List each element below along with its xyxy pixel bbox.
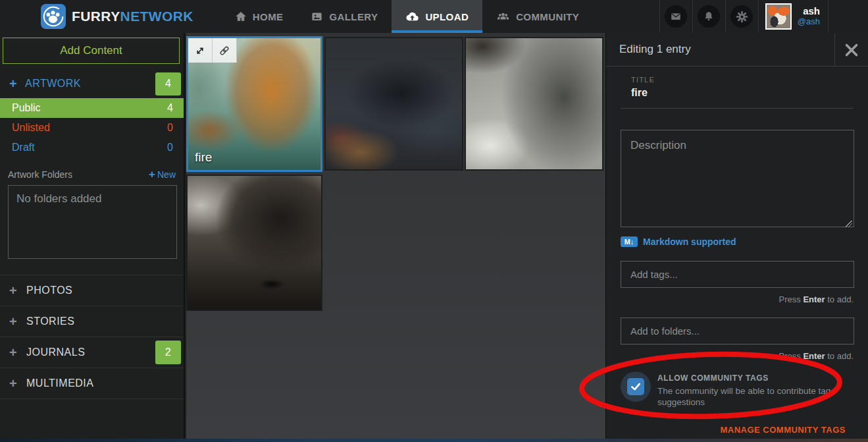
manage-community-tags-link[interactable]: MANAGE COMMUNITY TAGS [621,425,846,435]
plus-icon: + [9,283,26,298]
user-names: ash @ash [798,6,820,27]
filter-public[interactable]: Public 4 [0,98,184,118]
furrynetwork-app: FURRYNETWORK HOME GALLERY UPLO [0,0,868,442]
plus-icon: + [9,76,25,92]
artwork-tile-beast[interactable] [186,175,322,311]
sidebar-sections: + PHOTOS + STORIES + JOURNALS 2 + MULTIM… [0,275,184,399]
hint-post: to add. [825,351,854,361]
filter-draft-count: 0 [167,142,173,153]
new-folder-button[interactable]: +New [149,168,176,181]
tags-input[interactable] [621,261,854,288]
journals-count-badge: 2 [155,341,181,364]
edit-panel-header: Editing 1 entry [606,33,868,67]
sidebar-item-photos[interactable]: + PHOTOS [0,275,184,306]
sidebar: Add Content + ARTWORK 4 Public 4 Unliste… [0,33,185,442]
tile-caption: fire [195,150,212,165]
gear-icon [730,5,753,28]
folders-hint: Press Enter to add. [621,351,854,361]
artwork-tile-fire-selected[interactable]: fire [186,36,322,172]
close-panel-button[interactable] [834,33,868,67]
plus-icon: + [9,345,26,360]
multimedia-label: MULTIMEDIA [26,377,93,389]
folders-input[interactable] [621,318,854,345]
navbar-actions: ash @ash [659,0,868,33]
messages-button[interactable] [659,0,692,33]
sidebar-item-multimedia[interactable]: + MULTIMEDIA [0,368,184,399]
filter-unlisted[interactable]: Unlisted 0 [0,118,184,138]
edit-panel-title: Editing 1 entry [606,43,691,56]
artwork-tile-sketch[interactable] [465,37,603,171]
filter-unlisted-label: Unlisted [12,122,50,134]
filter-public-label: Public [12,102,41,114]
new-folder-label: New [157,169,176,180]
sidebar-item-artwork[interactable]: + ARTWORK 4 [0,69,184,98]
navbar-spacer [829,0,868,33]
hint-pre: Press [779,294,804,304]
title-field: TITLE fire [606,67,868,99]
markdown-icon: M↓ [621,236,638,247]
markdown-note-row: M↓ Markdown supported [621,236,854,247]
plus-icon: + [149,168,155,180]
artwork-tile-storm[interactable] [324,37,463,171]
community-tags-label: ALLOW COMMUNITY TAGS [657,373,852,383]
filter-draft[interactable]: Draft 0 [0,138,184,157]
checkbox-checked-icon [627,378,644,395]
tab-gallery[interactable]: GALLERY [297,0,392,33]
brand-furry: FURRY [72,9,120,24]
upload-gallery-grid: fire [186,33,605,442]
filter-unlisted-count: 0 [167,122,173,134]
bottom-background-strip [0,439,868,442]
plus-icon: + [9,314,26,329]
notifications-button[interactable] [692,0,725,33]
filter-public-count: 4 [167,102,173,114]
brand-logo[interactable]: FURRYNETWORK [0,0,193,33]
community-tags-texts: ALLOW COMMUNITY TAGS The community will … [657,372,852,408]
user-handle: @ash [798,16,820,27]
filter-draft-label: Draft [12,142,35,153]
folders-title: Artwork Folders [8,169,72,180]
tab-upload-label: UPLOAD [425,11,469,22]
folders-list-box[interactable]: No folders added [8,185,177,259]
artwork-count-badge: 4 [155,72,181,96]
divider [621,108,854,109]
bell-icon [698,5,720,28]
user-menu[interactable]: ash @ash [758,0,829,33]
hint-key: Enter [803,351,825,361]
sidebar-item-journals[interactable]: + JOURNALS 2 [0,337,184,368]
community-tags-description: The community will be able to contribute… [657,385,852,408]
tab-upload[interactable]: UPLOAD [392,0,482,33]
top-navbar: FURRYNETWORK HOME GALLERY UPLO [0,0,868,33]
allow-community-tags-checkbox[interactable] [621,372,651,402]
hint-post: to add. [825,294,854,304]
photos-label: PHOTOS [26,285,72,296]
markdown-note: Markdown supported [643,236,736,247]
settings-button[interactable] [725,0,758,33]
add-content-button[interactable]: Add Content [3,38,180,64]
tab-community[interactable]: COMMUNITY [482,0,593,33]
avatar [765,3,792,30]
community-tags-setting: ALLOW COMMUNITY TAGS The community will … [621,372,854,408]
sidebar-item-stories[interactable]: + STORIES [0,306,184,337]
title-value[interactable]: fire [631,87,854,99]
brand-name: FURRYNETWORK [72,9,193,24]
stories-label: STORIES [26,316,74,327]
brand-network: NETWORK [120,9,193,24]
gallery-icon [311,11,323,23]
close-icon [844,42,859,58]
paw-icon [41,4,66,29]
description-input[interactable] [621,130,854,227]
expand-icon [194,45,206,57]
folders-header: Artwork Folders +New [8,168,176,181]
plus-icon: + [9,376,26,391]
tab-home[interactable]: HOME [221,0,297,33]
hint-key: Enter [803,294,825,304]
description-field [621,130,854,230]
tab-home-label: HOME [253,11,284,22]
expand-button[interactable] [188,38,213,63]
title-label: TITLE [631,76,854,84]
link-button[interactable] [213,38,237,63]
artwork-label: ARTWORK [25,78,81,90]
tab-community-label: COMMUNITY [516,11,579,22]
main-nav: HOME GALLERY UPLOAD [221,0,593,33]
edit-panel: Editing 1 entry TITLE fire M↓ Markdown s… [605,33,868,442]
